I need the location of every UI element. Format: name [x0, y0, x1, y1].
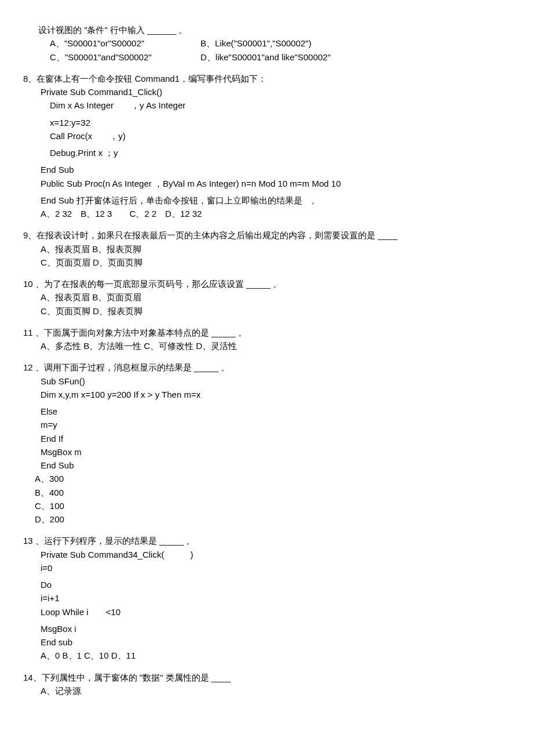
question-13: 13 、运行下列程序，显示的结果是 _____ 。 Private Sub Co…: [23, 534, 510, 662]
q12-code-2: Dim x,y,m x=100 y=200 If x > y Then m=x: [41, 388, 510, 401]
q11-opts: A、多态性 B、方法唯一性 C、可修改性 D、灵活性: [41, 339, 510, 352]
q12-stem: 调用下面子过程，消息框显示的结果是 _____ 。: [44, 362, 229, 372]
q14-opt-a: A、记录源: [41, 684, 510, 697]
q13-code-7: End sub: [41, 635, 510, 649]
q13-code-5: Loop While i <10: [41, 605, 510, 619]
question-7: 设计视图的 "条件" 行中输入 ______ 。 A、"S00001"or"S0…: [23, 23, 510, 64]
question-10: 10 、为了在报表的每一页底部显示页码号，那么应该设置 _____ 。 A、报表…: [23, 277, 510, 318]
q12-code-7: End Sub: [41, 459, 510, 472]
q12-code-5: End If: [41, 432, 510, 445]
q8-code-8: End Sub 打开窗体运行后，单击命令按钮，窗口上立即输出的结果是 。: [41, 194, 510, 207]
q10-stem: 为了在报表的每一页底部显示页码号，那么应该设置 _____ 。: [44, 279, 282, 289]
q13-num: 13 、: [23, 536, 44, 546]
question-14: 14、下列属性中，属于窗体的 "数据" 类属性的是 ____ A、记录源: [23, 671, 510, 698]
q8-code-4: Call Proc(x ，y): [50, 129, 510, 143]
q12-code-3: Else: [41, 405, 510, 418]
q12-code-6: MsgBox m: [41, 445, 510, 459]
q8-code-6: End Sub: [41, 163, 510, 176]
q12-opt-c: C、100: [35, 499, 510, 513]
q12-opt-a: A、300: [35, 472, 510, 485]
question-11: 11 、下面属于面向对象方法中对象基本特点的是 _____ 。 A、多态性 B、…: [23, 326, 510, 353]
q14-stem: 下列属性中，属于窗体的 "数据" 类属性的是 ____: [42, 673, 231, 682]
q7-stem: 设计视图的 "条件" 行中输入 ______ 。: [38, 23, 510, 37]
q10-opts-1: A、报表页眉 B、页面页眉: [41, 290, 510, 304]
q12-num: 12 、: [23, 362, 44, 372]
q7-opt-d: D、like"S00001"and like"S00002": [200, 50, 331, 64]
q8-stem: 在窗体上有一个命令按钮 Command1，编写事件代码如下：: [36, 74, 266, 83]
q13-code-2: i=0: [41, 561, 510, 575]
q10-opts-2: C、页面页脚 D、报表页脚: [41, 304, 510, 318]
q11-stem: 下面属于面向对象方法中对象基本特点的是 _____ 。: [44, 328, 247, 337]
q12-opt-b: B、400: [35, 486, 510, 499]
q8-options: A、2 32 B、12 3 C、2 2 D、12 32: [41, 207, 510, 220]
q8-code-3: x=12:y=32: [50, 116, 510, 129]
q7-opt-a: A、"S00001"or"S00002": [50, 37, 200, 50]
q13-code-3: Do: [41, 578, 510, 591]
q11-num: 11 、: [23, 328, 44, 337]
q8-num: 8、: [23, 74, 36, 83]
q12-code-1: Sub SFun(): [41, 375, 510, 388]
q7-row2: C、"S00001"and"S00002" D、like"S00001"and …: [50, 50, 510, 64]
question-9: 9、在报表设计时，如果只在报表最后一页的主体内容之后输出规定的内容，则需要设置的…: [23, 228, 510, 269]
q7-opt-b: B、Like("S00001","S00002"): [200, 37, 311, 50]
q9-num: 9、: [23, 230, 36, 240]
q7-opt-c: C、"S00001"and"S00002": [50, 50, 200, 64]
q9-opts-2: C、页面页眉 D、页面页脚: [41, 256, 510, 269]
q8-code-5: Debug.Print x ；y: [50, 146, 510, 159]
q8-code-2: Dim x As Integer ，y As Integer: [50, 99, 510, 112]
question-8: 8、在窗体上有一个命令按钮 Command1，编写事件代码如下： Private…: [23, 72, 510, 221]
q9-opts-1: A、报表页眉 B、报表页脚: [41, 242, 510, 256]
q13-code-1: Private Sub Command34_Click( ): [41, 548, 510, 561]
q12-opt-d: D、200: [35, 513, 510, 526]
q9-stem: 在报表设计时，如果只在报表最后一页的主体内容之后输出规定的内容，则需要设置的是 …: [36, 230, 397, 240]
q14-num: 14、: [23, 673, 42, 682]
q7-row1: A、"S00001"or"S00002" B、Like("S00001","S0…: [50, 37, 510, 50]
q10-num: 10 、: [23, 279, 44, 289]
q13-options: A、0 B、1 C、10 D、11: [41, 649, 510, 662]
q12-code-4: m=y: [41, 418, 510, 431]
q8-code-1: Private Sub Command1_Click(): [41, 85, 510, 99]
q13-stem: 运行下列程序，显示的结果是 _____ 。: [44, 536, 195, 546]
q13-code-4: i=i+1: [41, 591, 510, 605]
q8-code-7: Public Sub Proc(n As Integer ，ByVal m As…: [41, 177, 510, 190]
q13-code-6: MsgBox i: [41, 622, 510, 635]
question-12: 12 、调用下面子过程，消息框显示的结果是 _____ 。 Sub SFun()…: [23, 361, 510, 526]
